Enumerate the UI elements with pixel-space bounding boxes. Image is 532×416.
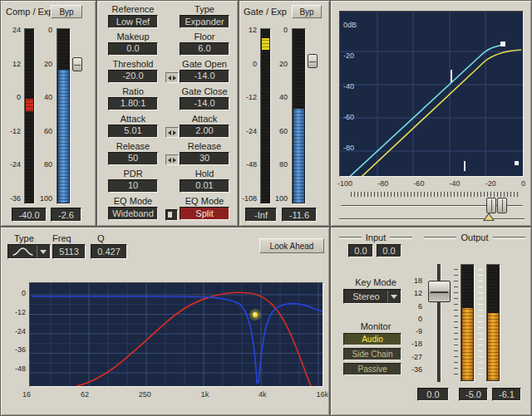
- scale-label: 18: [414, 277, 422, 285]
- eq-x-axis: 16622501k4k16k: [22, 390, 328, 399]
- input-gain-right-value[interactable]: 0.0: [377, 244, 401, 257]
- scale-label: -12: [246, 94, 257, 101]
- split-button[interactable]: Split: [180, 207, 229, 220]
- control-label: Release: [101, 141, 165, 152]
- key-mode-value: Stereo: [347, 291, 385, 301]
- gate-meter-handle[interactable]: [308, 54, 318, 68]
- scale-label: 80: [279, 161, 288, 169]
- output-meter-ticks-center: [478, 269, 483, 379]
- eq-q-value[interactable]: 0.427: [91, 244, 127, 259]
- hold-value[interactable]: 0.01: [180, 179, 229, 193]
- look-ahead-button[interactable]: Look Ahead: [259, 238, 324, 253]
- scale-label: 12: [249, 27, 257, 34]
- input-gain-left-value[interactable]: 0.0: [348, 244, 373, 257]
- transfer-y-axis: 0dB-20-40-60-80: [343, 21, 357, 152]
- reference-button[interactable]: Low Ref: [108, 15, 158, 28]
- eq-notch-blue-curve: [32, 296, 323, 383]
- attack-spinner[interactable]: [165, 127, 179, 138]
- threshold-spinner[interactable]: [165, 72, 179, 83]
- gate-bypass-button[interactable]: Byp: [292, 5, 322, 18]
- control-label: Gate Close: [173, 86, 236, 97]
- comp-exp-section: Comp / Exp Byp 24120-12-24-36 0204060801…: [0, 0, 96, 227]
- eq-q-label: Q: [97, 233, 105, 243]
- comp-bypass-button[interactable]: Byp: [51, 5, 82, 18]
- scale-label: -108: [242, 195, 257, 203]
- marker-slider-track[interactable]: [339, 218, 525, 220]
- control-label: Makeup: [101, 32, 165, 42]
- threshold-value[interactable]: -20.0: [108, 70, 158, 83]
- gate-transfer-curve: [345, 45, 503, 176]
- release-value[interactable]: 50: [108, 152, 158, 165]
- eq-freq-value[interactable]: 5113: [52, 244, 86, 259]
- scale-label: 6: [418, 303, 422, 311]
- eq-type-dropdown[interactable]: [7, 244, 51, 259]
- scale-label: -9: [416, 328, 422, 335]
- comp-exp-title: Comp / Exp: [6, 7, 53, 17]
- eq-graph: [29, 282, 323, 387]
- eq-node-marker[interactable]: [253, 312, 259, 318]
- scale-label: 100: [40, 195, 52, 203]
- release-spinner[interactable]: [165, 154, 179, 165]
- range-ruler-ticks: [351, 192, 519, 197]
- axis-label: 250: [139, 390, 151, 399]
- range-slider-handle-right[interactable]: [497, 198, 507, 213]
- gate-exp-title: Gate / Exp: [244, 7, 287, 17]
- io-section: Input 0.0 0.0 Key Mode Stereo Monitor Au…: [330, 227, 532, 416]
- control-label: Attack: [173, 114, 236, 125]
- output-fader-readout[interactable]: 0.0: [417, 388, 449, 401]
- control-reference: Reference Low Ref: [101, 4, 165, 32]
- divider: [493, 237, 525, 239]
- control-label: Gate Open: [173, 59, 236, 70]
- comp-threshold-fader[interactable]: [24, 28, 35, 204]
- scale-label: 40: [279, 94, 288, 101]
- marker-triangle-icon[interactable]: [485, 214, 493, 220]
- scale-label: 60: [279, 128, 288, 135]
- control-label: Reference: [101, 4, 165, 15]
- scale-label: 40: [44, 94, 52, 101]
- wideband-button[interactable]: Wideband: [108, 207, 158, 220]
- control-label: Type: [173, 4, 236, 15]
- eq-y-axis: 0-12-24-36-48: [4, 290, 26, 373]
- gate-gr-fill: [293, 109, 304, 203]
- control-eq-mode-comp: EQ Mode Wideband: [101, 196, 165, 223]
- key-mode-dropdown[interactable]: Stereo: [343, 289, 401, 304]
- axis-label: -20: [343, 51, 357, 60]
- axis-label: -20: [485, 179, 496, 188]
- type-expander-button[interactable]: Expander: [180, 15, 229, 28]
- output-meter-right-readout: -6.1: [492, 388, 521, 401]
- control-label: Release: [173, 141, 236, 152]
- gate-level-meter[interactable]: [260, 28, 271, 204]
- pdr-value[interactable]: 10: [108, 179, 158, 193]
- makeup-value[interactable]: 0.0: [108, 42, 158, 56]
- output-meter-ticks-left: [454, 269, 458, 379]
- scale-label: -24: [246, 128, 257, 135]
- gate-gr-readout: -11.6: [282, 208, 317, 222]
- floor-value[interactable]: 6.0: [180, 42, 229, 56]
- ratio-value[interactable]: 1.80:1: [108, 97, 158, 110]
- eq-mode-toggle[interactable]: [165, 209, 178, 221]
- curve-endpoint-marker[interactable]: [500, 42, 505, 46]
- control-label: Floor: [173, 32, 236, 42]
- control-release: Release 50: [101, 141, 165, 169]
- control-type: Type Expander: [173, 4, 236, 32]
- control-gate-attack: Attack 2.00: [173, 114, 236, 141]
- eq-curve-plot: [30, 283, 323, 386]
- comp-threshold-marker: [26, 99, 33, 111]
- divider: [424, 237, 456, 239]
- gate-attack-value[interactable]: 2.00: [180, 125, 229, 138]
- range-slider-handle-left[interactable]: [486, 198, 496, 213]
- transfer-curve-section: 0dB-20-40-60-80 -100-80-60-40-200: [330, 0, 532, 227]
- eq-freq-label: Freq: [52, 233, 71, 243]
- input-label: Input: [364, 232, 387, 242]
- gate-open-value[interactable]: -14.0: [180, 70, 229, 83]
- monitor-button[interactable]: Audio: [343, 333, 401, 345]
- gate-close-value[interactable]: -14.0: [180, 97, 229, 110]
- attack-value[interactable]: 5.01: [108, 125, 158, 138]
- monitor-button[interactable]: Passive: [343, 363, 401, 375]
- gate-release-value[interactable]: 30: [180, 152, 229, 165]
- comp-meter-handle[interactable]: [72, 57, 82, 71]
- scale-label: 80: [44, 161, 52, 169]
- output-fader-thumb[interactable]: [428, 281, 451, 302]
- comp-threshold-readout[interactable]: -40.0: [12, 208, 47, 222]
- monitor-button[interactable]: Side Chain: [343, 348, 401, 360]
